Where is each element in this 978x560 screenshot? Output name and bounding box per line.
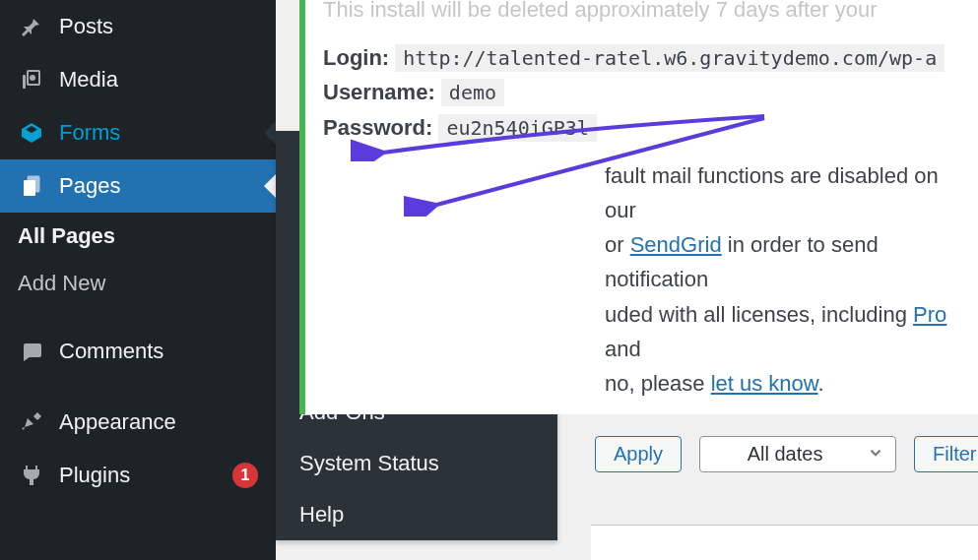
pin-icon [18, 13, 45, 40]
date-filter-select[interactable]: All dates [699, 436, 896, 472]
login-url: http://talented-ratel.w6.gravitydemo.com… [395, 44, 945, 72]
notice-text: or [605, 232, 630, 257]
pro-link[interactable]: Pro [913, 302, 946, 327]
password-label: Password: [323, 115, 432, 140]
sidebar-item-label: Forms [59, 120, 258, 146]
sidebar-item-label: Appearance [59, 409, 258, 435]
notice-text: fault mail functions are disabled on our [605, 163, 939, 222]
sidebar-item-plugins[interactable]: Plugins 1 [0, 449, 276, 502]
forms-icon [18, 119, 45, 147]
notice-text: no, please [605, 371, 711, 396]
filter-button[interactable]: Filter [914, 436, 978, 472]
sidebar-subitem-label: Add New [18, 271, 105, 295]
main-content: This install will be deleted approximate… [276, 0, 978, 560]
sidebar-item-label: Posts [59, 14, 258, 39]
sidebar-item-label: Comments [59, 339, 258, 364]
sidebar-item-pages[interactable]: Pages [0, 159, 276, 213]
login-label: Login: [323, 45, 389, 70]
plugins-icon [18, 462, 45, 489]
list-toolbar: Apply All dates Filter [595, 436, 978, 472]
sidebar-item-forms[interactable]: Forms [0, 106, 276, 159]
media-icon [18, 66, 45, 93]
comments-icon [18, 338, 45, 365]
sidebar-item-label: Media [59, 67, 258, 93]
svg-point-1 [30, 75, 35, 81]
update-badge: 1 [232, 463, 258, 488]
demo-notice: This install will be deleted approximate… [299, 0, 978, 414]
sidebar-item-appearance[interactable]: Appearance [0, 396, 276, 449]
appearance-icon [18, 408, 45, 436]
list-table-top [591, 525, 978, 560]
admin-sidebar: Posts Media Forms Pages All Pages Add Ne… [0, 0, 276, 560]
let-us-know-link[interactable]: let us know [711, 371, 818, 396]
pages-icon [18, 172, 45, 200]
svg-rect-4 [28, 176, 39, 192]
sidebar-item-posts[interactable]: Posts [0, 0, 276, 53]
username-label: Username: [323, 80, 435, 104]
username-value: demo [441, 79, 504, 106]
password-value: eu2n540iGP3l [438, 114, 597, 142]
sidebar-subitem-label: All Pages [18, 223, 115, 248]
sidebar-item-label: Pages [59, 173, 258, 199]
notice-text: uded with all licenses, including [605, 302, 913, 327]
svg-rect-2 [23, 75, 26, 89]
sidebar-subitem-all-pages[interactable]: All Pages [0, 213, 276, 260]
sidebar-item-comments[interactable]: Comments [0, 325, 276, 378]
sidebar-subitem-add-new[interactable]: Add New [0, 260, 276, 307]
sidebar-item-media[interactable]: Media [0, 53, 276, 106]
sidebar-item-label: Plugins [59, 463, 223, 488]
apply-button[interactable]: Apply [595, 436, 682, 472]
notice-text: and [605, 337, 641, 361]
notice-text: . [817, 371, 823, 396]
notice-cutoff-text: This install will be deleted approximate… [323, 0, 960, 27]
sendgrid-link[interactable]: SendGrid [630, 232, 722, 257]
